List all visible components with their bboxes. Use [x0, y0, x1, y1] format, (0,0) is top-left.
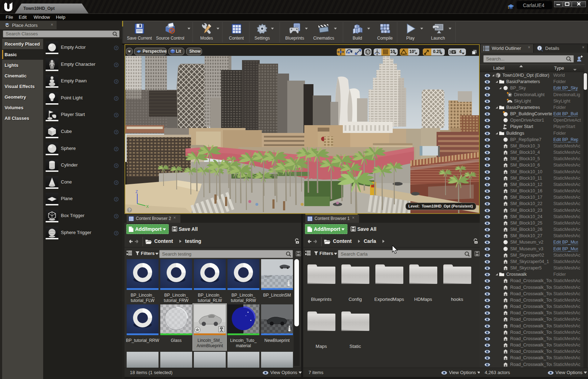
- svg-text:?: ?: [115, 80, 117, 83]
- svg-text:?: ?: [115, 147, 117, 151]
- svg-text:?: ?: [115, 130, 117, 134]
- svg-text:?: ?: [115, 198, 117, 201]
- svg-text:?: ?: [115, 46, 117, 50]
- svg-text:?: ?: [115, 113, 117, 117]
- svg-text:?: ?: [115, 63, 117, 67]
- svg-text:?: ?: [115, 232, 117, 235]
- svg-text:Z: Z: [136, 190, 138, 194]
- svg-text:X: X: [146, 204, 149, 209]
- svg-text:?: ?: [115, 97, 117, 100]
- svg-text:?: ?: [115, 215, 117, 218]
- svg-text:i: i: [539, 46, 540, 50]
- svg-text:?: ?: [115, 164, 117, 168]
- svg-text:?: ?: [115, 181, 117, 185]
- svg-text:?: ?: [128, 208, 131, 212]
